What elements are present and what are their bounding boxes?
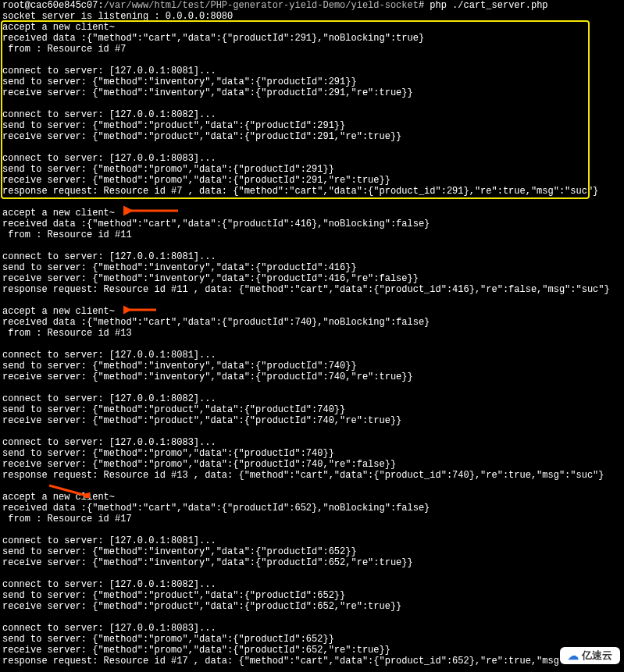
prompt-command: php ./cart_server.php <box>430 0 547 11</box>
watermark-text: 亿速云 <box>582 650 612 661</box>
prompt-line: root@cac60e845c07:/var/www/html/test/PHP… <box>2 0 548 11</box>
prompt-user: root <box>2 0 25 11</box>
terminal-output[interactable]: root@cac60e845c07:/var/www/html/test/PHP… <box>0 0 624 667</box>
watermark-badge: ☁ 亿速云 <box>560 647 620 664</box>
terminal-block-2: accept a new client~ received data :{"me… <box>2 208 610 667</box>
prompt-path: /var/www/html/test/PHP-generator-yield-D… <box>104 0 419 11</box>
terminal-block-1: accept a new client~ received data :{"me… <box>2 22 598 197</box>
prompt-host: cac60e845c07 <box>30 0 98 11</box>
cloud-icon: ☁ <box>568 650 579 661</box>
listening-line: socket server is listening : 0.0.0.0:808… <box>2 11 233 22</box>
